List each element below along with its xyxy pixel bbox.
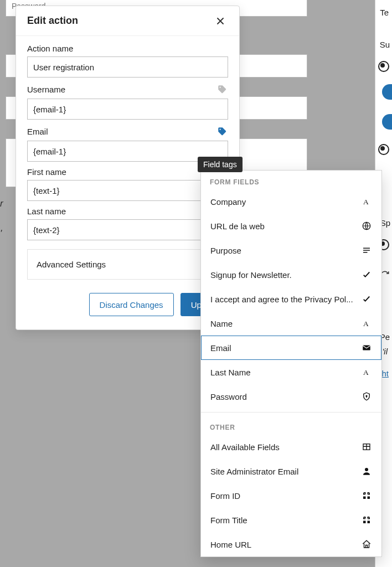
cropped-link[interactable]: ht bbox=[381, 369, 389, 378]
svg-rect-16 bbox=[363, 521, 366, 524]
cropped-label: Te bbox=[380, 8, 389, 17]
pill-button-edge[interactable] bbox=[382, 114, 392, 130]
dropdown-item[interactable]: Password bbox=[201, 384, 381, 409]
advanced-settings-label: Advanced Settings bbox=[37, 260, 106, 269]
dropdown-item[interactable]: Home URL bbox=[201, 532, 381, 556]
last-name-input[interactable] bbox=[27, 219, 228, 240]
dropdown-item[interactable]: All Available Fields bbox=[201, 435, 381, 459]
dropdown-item[interactable]: I accept and agree to the Privacy Pol... bbox=[201, 287, 381, 311]
dropdown-item-label: I accept and agree to the Privacy Pol... bbox=[210, 295, 353, 304]
dropdown-item[interactable]: Signup for Newsletter. bbox=[201, 262, 381, 287]
dropdown-item-label: Purpose bbox=[210, 246, 241, 255]
dropdown-item-label: All Available Fields bbox=[210, 442, 280, 452]
check-icon bbox=[361, 269, 372, 280]
cropped-text: r bbox=[0, 198, 3, 209]
radio-icon[interactable] bbox=[378, 61, 389, 72]
field-tags-button-active[interactable] bbox=[216, 125, 228, 137]
grid-icon bbox=[361, 490, 372, 501]
svg-rect-11 bbox=[368, 497, 370, 499]
dropdown-section-form-fields: FORM FIELDS bbox=[201, 171, 381, 189]
dropdown-item-label: URL de la web bbox=[210, 221, 265, 231]
field-label: Username bbox=[27, 85, 65, 94]
dropdown-item[interactable]: URL de la web bbox=[201, 214, 381, 238]
globe-icon bbox=[361, 220, 372, 231]
field-last-name: Last name bbox=[27, 207, 228, 240]
svg-rect-17 bbox=[368, 521, 370, 524]
close-icon bbox=[216, 17, 225, 25]
cropped-label: 'il bbox=[382, 347, 388, 356]
dropdown-item-label: Last Name bbox=[210, 368, 251, 377]
dropdown-item-label: Form Title bbox=[210, 516, 247, 525]
dropdown-item[interactable]: Site Administrator Email bbox=[201, 459, 381, 483]
text-icon: A bbox=[361, 196, 372, 207]
check-icon bbox=[361, 293, 372, 305]
field-tags-dropdown: FORM FIELDS CompanyAURL de la webPurpose… bbox=[200, 170, 382, 557]
svg-rect-3 bbox=[363, 346, 370, 350]
cropped-text: ' bbox=[0, 228, 2, 239]
dropdown-separator bbox=[201, 412, 381, 413]
advanced-settings-toggle[interactable]: Advanced Settings bbox=[27, 249, 228, 280]
dropdown-item-label: Email bbox=[210, 343, 231, 353]
dropdown-item[interactable]: Form ID bbox=[201, 483, 381, 508]
dropdown-item-label: Form ID bbox=[210, 491, 240, 501]
svg-rect-10 bbox=[363, 497, 366, 499]
first-name-input[interactable] bbox=[27, 180, 228, 201]
dropdown-item-label: Password bbox=[210, 392, 247, 401]
close-button[interactable] bbox=[213, 16, 228, 26]
dropdown-item-label: Name bbox=[210, 319, 233, 328]
dropdown-item[interactable]: Purpose bbox=[201, 238, 381, 262]
table-icon bbox=[361, 441, 372, 452]
dropdown-item[interactable]: Last NameA bbox=[201, 360, 381, 384]
home-icon bbox=[361, 539, 372, 550]
tag-icon bbox=[217, 84, 227, 94]
dropdown-item-label: Home URL bbox=[210, 540, 251, 549]
dropdown-item-label: Signup for Newsletter. bbox=[210, 270, 292, 280]
dropdown-form-fields-list: CompanyAURL de la webPurposeSignup for N… bbox=[201, 189, 381, 409]
action-name-input[interactable] bbox=[27, 56, 228, 78]
field-first-name: First name bbox=[27, 167, 228, 201]
field-username: Username bbox=[27, 83, 228, 120]
field-tags-button[interactable] bbox=[216, 83, 228, 95]
dropdown-item-label: Site Administrator Email bbox=[210, 467, 298, 476]
field-label: Action name bbox=[27, 44, 73, 53]
svg-text:A: A bbox=[363, 368, 369, 377]
svg-text:A: A bbox=[363, 198, 369, 206]
pill-button-edge[interactable] bbox=[382, 84, 392, 100]
tooltip-label: Field tags bbox=[203, 160, 237, 169]
svg-text:A: A bbox=[363, 319, 369, 328]
dropdown-item[interactable]: Email bbox=[201, 336, 381, 360]
discard-button[interactable]: Discard Changes bbox=[89, 293, 174, 316]
field-email: Email bbox=[27, 125, 228, 162]
user-icon bbox=[361, 466, 372, 477]
field-action-name: Action name bbox=[27, 44, 228, 78]
dropdown-item-label: Company bbox=[210, 197, 246, 207]
text-icon: A bbox=[361, 318, 372, 329]
field-tags-tooltip: Field tags bbox=[198, 157, 243, 172]
cropped-label: Su bbox=[380, 40, 390, 49]
svg-point-7 bbox=[365, 468, 368, 471]
text-icon: A bbox=[361, 367, 372, 378]
dropdown-item[interactable]: Form Title bbox=[201, 508, 381, 532]
field-label: Last name bbox=[27, 207, 66, 216]
dialog-title: Edit action bbox=[27, 15, 78, 27]
dropdown-item[interactable]: NameA bbox=[201, 311, 381, 336]
dropdown-other-list: All Available FieldsSite Administrator E… bbox=[201, 435, 381, 556]
tag-icon bbox=[217, 126, 227, 136]
lines-icon bbox=[361, 245, 372, 256]
svg-point-5 bbox=[366, 395, 367, 396]
radio-icon[interactable] bbox=[378, 144, 389, 155]
dropdown-section-other: OTHER bbox=[201, 416, 381, 435]
field-label: Email bbox=[27, 127, 48, 136]
mail-icon bbox=[361, 342, 372, 353]
field-label: First name bbox=[27, 167, 66, 177]
dropdown-item[interactable]: CompanyA bbox=[201, 189, 381, 214]
grid-icon bbox=[361, 514, 372, 525]
username-input[interactable] bbox=[27, 99, 228, 120]
lock-icon bbox=[361, 391, 372, 402]
dialog-header: Edit action bbox=[16, 6, 239, 36]
discard-button-label: Discard Changes bbox=[100, 300, 163, 310]
